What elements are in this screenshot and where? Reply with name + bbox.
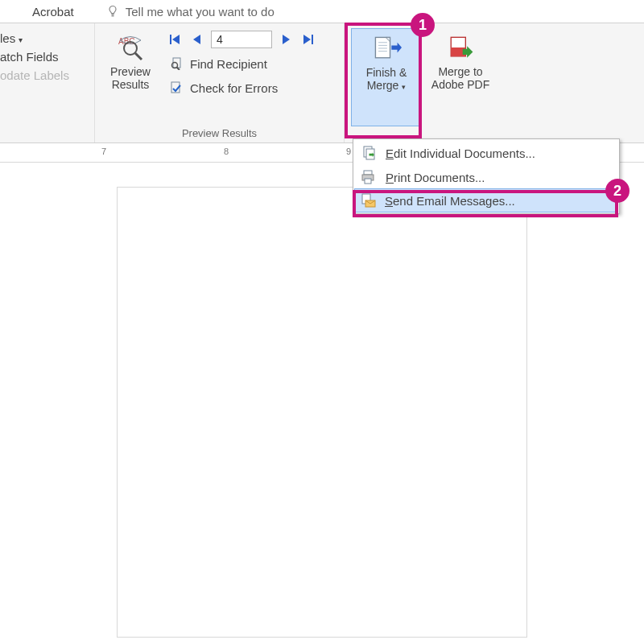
printer-icon (360, 169, 378, 185)
pdf-icon (445, 33, 476, 62)
svg-marker-6 (283, 35, 290, 44)
menu-print-documents[interactable]: PPrint Documents...rint Documents... (355, 165, 617, 189)
write-insert-group: les ▾ atch Fields odate Labels (0, 23, 95, 142)
update-labels-button: odate Labels (0, 68, 69, 82)
tell-me-search[interactable]: Tell me what you want to do (106, 5, 275, 19)
group-label-preview: Preview Results (95, 127, 344, 139)
first-record-button[interactable] (166, 31, 184, 48)
merge-to-pdf-button[interactable]: Merge to Adobe PDF (422, 28, 499, 126)
menu-label: EEdit Individual Documents...dit Individ… (386, 147, 535, 160)
prev-record-button[interactable] (188, 31, 206, 48)
find-recipient-button[interactable]: Find Recipient (166, 54, 337, 73)
check-icon (169, 80, 184, 95)
svg-marker-7 (303, 35, 311, 44)
tell-me-placeholder: Tell me what you want to do (126, 5, 275, 19)
ribbon: les ▾ atch Fields odate Labels ABC Previ… (0, 23, 644, 143)
documents-icon (360, 145, 378, 161)
svg-rect-8 (312, 35, 313, 44)
svg-marker-4 (172, 35, 180, 44)
menu-label: PPrint Documents...rint Documents... (386, 171, 485, 184)
callout-badge-2: 2 (605, 179, 630, 203)
svg-rect-28 (365, 179, 371, 184)
menu-edit-individual-documents[interactable]: EEdit Individual Documents...dit Individ… (355, 141, 617, 165)
document-page[interactable] (117, 187, 527, 638)
document-area (0, 163, 644, 642)
ribbon-tabs: Acrobat Tell me what you want to do (0, 0, 644, 23)
preview-results-button[interactable]: ABC Preview Results (101, 28, 159, 126)
menu-label: SSend Email Messages...end Email Message… (385, 194, 515, 208)
svg-marker-5 (193, 35, 200, 44)
svg-rect-3 (170, 35, 171, 44)
next-record-button[interactable] (277, 31, 295, 48)
chevron-down-icon: ▾ (402, 83, 406, 91)
svg-marker-19 (391, 43, 402, 53)
menu-send-email-messages[interactable]: SSend Email Messages...end Email Message… (354, 188, 618, 213)
match-fields-button[interactable]: atch Fields (0, 50, 69, 64)
svg-rect-26 (364, 171, 372, 175)
svg-line-2 (135, 53, 142, 60)
record-number-input[interactable] (211, 31, 272, 48)
rules-button[interactable]: les ▾ (0, 31, 69, 45)
last-record-button[interactable] (299, 31, 317, 48)
record-navigation (166, 30, 337, 49)
svg-rect-13 (375, 37, 390, 57)
email-icon (359, 192, 377, 208)
finish-group: Finish & Merge ▾ Merge to Adobe PDF (345, 23, 554, 142)
magnifier-icon: ABC (115, 33, 146, 62)
lightbulb-icon (106, 5, 119, 18)
preview-results-group: ABC Preview Results (95, 23, 345, 142)
finish-merge-dropdown: EEdit Individual Documents...dit Individ… (353, 138, 620, 214)
document-arrow-icon (371, 34, 402, 63)
search-icon (169, 56, 184, 71)
callout-badge-1: 1 (411, 13, 435, 37)
check-errors-button[interactable]: Check for Errors (166, 78, 337, 97)
tab-acrobat[interactable]: Acrobat (32, 5, 74, 19)
finish-merge-button[interactable]: Finish & Merge ▾ (351, 28, 422, 126)
